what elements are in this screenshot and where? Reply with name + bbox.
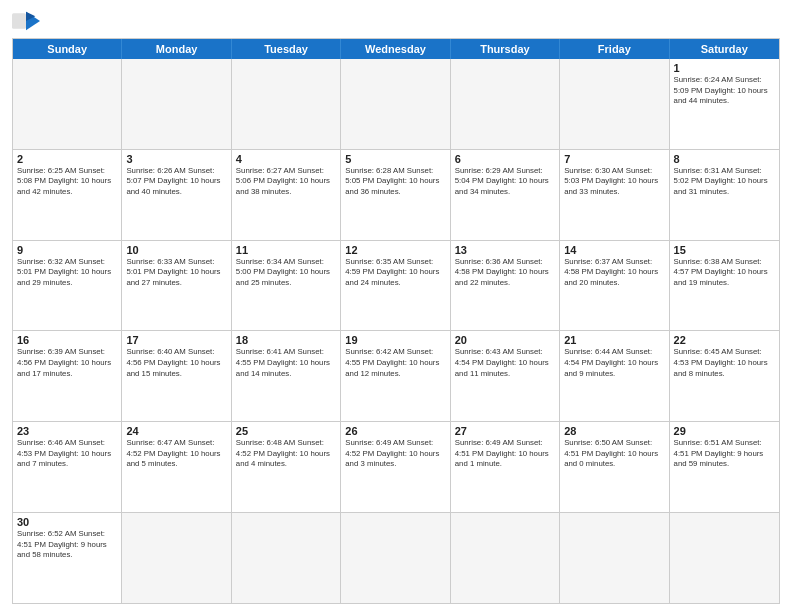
calendar-cell-r0-c6: 1Sunrise: 6:24 AM Sunset: 5:09 PM Daylig… (670, 59, 779, 149)
calendar-cell-r5-c6 (670, 513, 779, 603)
day-number: 16 (17, 334, 117, 346)
calendar-cell-r1-c6: 8Sunrise: 6:31 AM Sunset: 5:02 PM Daylig… (670, 150, 779, 240)
page: SundayMondayTuesdayWednesdayThursdayFrid… (0, 0, 792, 612)
day-number: 25 (236, 425, 336, 437)
day-info: Sunrise: 6:27 AM Sunset: 5:06 PM Dayligh… (236, 166, 336, 198)
day-number: 26 (345, 425, 445, 437)
calendar-cell-r5-c5 (560, 513, 669, 603)
calendar-cell-r3-c5: 21Sunrise: 6:44 AM Sunset: 4:54 PM Dayli… (560, 331, 669, 421)
calendar-cell-r1-c5: 7Sunrise: 6:30 AM Sunset: 5:03 PM Daylig… (560, 150, 669, 240)
day-info: Sunrise: 6:41 AM Sunset: 4:55 PM Dayligh… (236, 347, 336, 379)
svg-rect-0 (12, 13, 26, 29)
calendar-cell-r0-c4 (451, 59, 560, 149)
header (12, 10, 780, 32)
day-number: 1 (674, 62, 775, 74)
calendar: SundayMondayTuesdayWednesdayThursdayFrid… (12, 38, 780, 604)
day-info: Sunrise: 6:26 AM Sunset: 5:07 PM Dayligh… (126, 166, 226, 198)
calendar-cell-r4-c5: 28Sunrise: 6:50 AM Sunset: 4:51 PM Dayli… (560, 422, 669, 512)
day-number: 8 (674, 153, 775, 165)
day-number: 17 (126, 334, 226, 346)
calendar-cell-r2-c5: 14Sunrise: 6:37 AM Sunset: 4:58 PM Dayli… (560, 241, 669, 331)
day-info: Sunrise: 6:30 AM Sunset: 5:03 PM Dayligh… (564, 166, 664, 198)
weekday-header-saturday: Saturday (670, 39, 779, 59)
day-number: 13 (455, 244, 555, 256)
day-info: Sunrise: 6:50 AM Sunset: 4:51 PM Dayligh… (564, 438, 664, 470)
calendar-row-0: 1Sunrise: 6:24 AM Sunset: 5:09 PM Daylig… (13, 59, 779, 149)
day-number: 29 (674, 425, 775, 437)
day-info: Sunrise: 6:37 AM Sunset: 4:58 PM Dayligh… (564, 257, 664, 289)
day-number: 10 (126, 244, 226, 256)
calendar-cell-r5-c3 (341, 513, 450, 603)
day-info: Sunrise: 6:35 AM Sunset: 4:59 PM Dayligh… (345, 257, 445, 289)
day-number: 11 (236, 244, 336, 256)
day-info: Sunrise: 6:25 AM Sunset: 5:08 PM Dayligh… (17, 166, 117, 198)
calendar-row-4: 23Sunrise: 6:46 AM Sunset: 4:53 PM Dayli… (13, 421, 779, 512)
calendar-cell-r1-c1: 3Sunrise: 6:26 AM Sunset: 5:07 PM Daylig… (122, 150, 231, 240)
calendar-cell-r4-c2: 25Sunrise: 6:48 AM Sunset: 4:52 PM Dayli… (232, 422, 341, 512)
calendar-cell-r1-c4: 6Sunrise: 6:29 AM Sunset: 5:04 PM Daylig… (451, 150, 560, 240)
day-number: 15 (674, 244, 775, 256)
day-number: 9 (17, 244, 117, 256)
weekday-header-monday: Monday (122, 39, 231, 59)
calendar-cell-r2-c6: 15Sunrise: 6:38 AM Sunset: 4:57 PM Dayli… (670, 241, 779, 331)
day-info: Sunrise: 6:32 AM Sunset: 5:01 PM Dayligh… (17, 257, 117, 289)
day-info: Sunrise: 6:49 AM Sunset: 4:51 PM Dayligh… (455, 438, 555, 470)
calendar-cell-r4-c6: 29Sunrise: 6:51 AM Sunset: 4:51 PM Dayli… (670, 422, 779, 512)
logo-icon (12, 10, 40, 32)
day-number: 23 (17, 425, 117, 437)
weekday-header-wednesday: Wednesday (341, 39, 450, 59)
calendar-cell-r3-c1: 17Sunrise: 6:40 AM Sunset: 4:56 PM Dayli… (122, 331, 231, 421)
day-number: 2 (17, 153, 117, 165)
day-number: 20 (455, 334, 555, 346)
day-info: Sunrise: 6:34 AM Sunset: 5:00 PM Dayligh… (236, 257, 336, 289)
calendar-cell-r3-c6: 22Sunrise: 6:45 AM Sunset: 4:53 PM Dayli… (670, 331, 779, 421)
day-number: 4 (236, 153, 336, 165)
calendar-cell-r0-c1 (122, 59, 231, 149)
day-number: 21 (564, 334, 664, 346)
calendar-cell-r2-c3: 12Sunrise: 6:35 AM Sunset: 4:59 PM Dayli… (341, 241, 450, 331)
calendar-cell-r0-c0 (13, 59, 122, 149)
calendar-cell-r4-c4: 27Sunrise: 6:49 AM Sunset: 4:51 PM Dayli… (451, 422, 560, 512)
calendar-cell-r5-c0: 30Sunrise: 6:52 AM Sunset: 4:51 PM Dayli… (13, 513, 122, 603)
day-info: Sunrise: 6:47 AM Sunset: 4:52 PM Dayligh… (126, 438, 226, 470)
day-info: Sunrise: 6:42 AM Sunset: 4:55 PM Dayligh… (345, 347, 445, 379)
weekday-header-friday: Friday (560, 39, 669, 59)
calendar-cell-r1-c3: 5Sunrise: 6:28 AM Sunset: 5:05 PM Daylig… (341, 150, 450, 240)
calendar-cell-r2-c4: 13Sunrise: 6:36 AM Sunset: 4:58 PM Dayli… (451, 241, 560, 331)
calendar-cell-r4-c1: 24Sunrise: 6:47 AM Sunset: 4:52 PM Dayli… (122, 422, 231, 512)
day-info: Sunrise: 6:31 AM Sunset: 5:02 PM Dayligh… (674, 166, 775, 198)
day-info: Sunrise: 6:38 AM Sunset: 4:57 PM Dayligh… (674, 257, 775, 289)
day-number: 27 (455, 425, 555, 437)
calendar-cell-r3-c3: 19Sunrise: 6:42 AM Sunset: 4:55 PM Dayli… (341, 331, 450, 421)
day-number: 6 (455, 153, 555, 165)
day-info: Sunrise: 6:52 AM Sunset: 4:51 PM Dayligh… (17, 529, 117, 561)
calendar-cell-r3-c0: 16Sunrise: 6:39 AM Sunset: 4:56 PM Dayli… (13, 331, 122, 421)
calendar-row-1: 2Sunrise: 6:25 AM Sunset: 5:08 PM Daylig… (13, 149, 779, 240)
weekday-header-thursday: Thursday (451, 39, 560, 59)
calendar-cell-r0-c5 (560, 59, 669, 149)
logo (12, 10, 44, 32)
day-info: Sunrise: 6:49 AM Sunset: 4:52 PM Dayligh… (345, 438, 445, 470)
calendar-cell-r2-c2: 11Sunrise: 6:34 AM Sunset: 5:00 PM Dayli… (232, 241, 341, 331)
calendar-cell-r0-c3 (341, 59, 450, 149)
calendar-cell-r5-c2 (232, 513, 341, 603)
day-number: 19 (345, 334, 445, 346)
day-number: 24 (126, 425, 226, 437)
day-info: Sunrise: 6:24 AM Sunset: 5:09 PM Dayligh… (674, 75, 775, 107)
calendar-row-5: 30Sunrise: 6:52 AM Sunset: 4:51 PM Dayli… (13, 512, 779, 603)
calendar-cell-r2-c1: 10Sunrise: 6:33 AM Sunset: 5:01 PM Dayli… (122, 241, 231, 331)
calendar-cell-r1-c0: 2Sunrise: 6:25 AM Sunset: 5:08 PM Daylig… (13, 150, 122, 240)
calendar-body: 1Sunrise: 6:24 AM Sunset: 5:09 PM Daylig… (13, 59, 779, 603)
calendar-cell-r5-c1 (122, 513, 231, 603)
day-info: Sunrise: 6:43 AM Sunset: 4:54 PM Dayligh… (455, 347, 555, 379)
calendar-cell-r3-c2: 18Sunrise: 6:41 AM Sunset: 4:55 PM Dayli… (232, 331, 341, 421)
day-number: 30 (17, 516, 117, 528)
day-info: Sunrise: 6:39 AM Sunset: 4:56 PM Dayligh… (17, 347, 117, 379)
day-number: 14 (564, 244, 664, 256)
day-info: Sunrise: 6:45 AM Sunset: 4:53 PM Dayligh… (674, 347, 775, 379)
day-number: 3 (126, 153, 226, 165)
day-info: Sunrise: 6:48 AM Sunset: 4:52 PM Dayligh… (236, 438, 336, 470)
day-number: 12 (345, 244, 445, 256)
day-info: Sunrise: 6:33 AM Sunset: 5:01 PM Dayligh… (126, 257, 226, 289)
day-info: Sunrise: 6:29 AM Sunset: 5:04 PM Dayligh… (455, 166, 555, 198)
